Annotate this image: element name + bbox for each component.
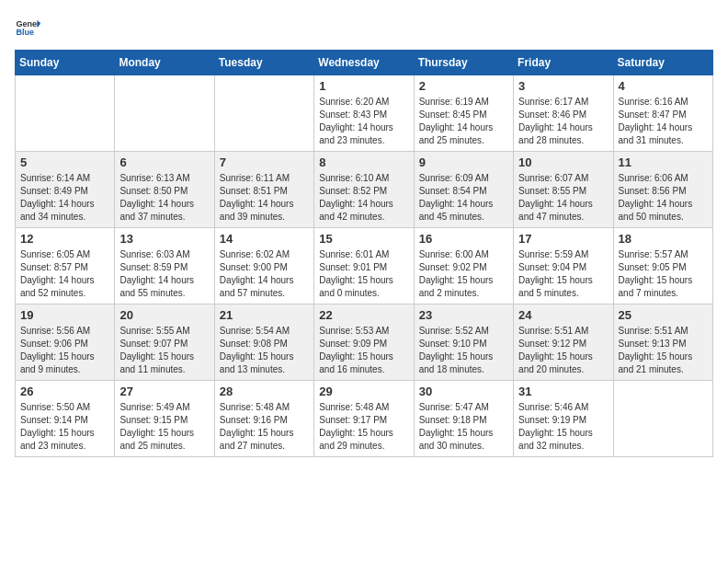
calendar-cell: 22Sunrise: 5:53 AM Sunset: 9:09 PM Dayli… xyxy=(314,304,414,381)
header-cell-friday: Friday xyxy=(514,51,613,75)
calendar-cell: 26Sunrise: 5:50 AM Sunset: 9:14 PM Dayli… xyxy=(16,381,115,457)
day-info: Sunrise: 5:51 AM Sunset: 9:13 PM Dayligh… xyxy=(619,325,708,376)
calendar-cell: 16Sunrise: 6:00 AM Sunset: 9:02 PM Dayli… xyxy=(414,228,513,304)
day-info: Sunrise: 6:03 AM Sunset: 8:59 PM Dayligh… xyxy=(119,248,209,300)
day-number: 15 xyxy=(319,232,408,246)
calendar-cell: 10Sunrise: 6:07 AM Sunset: 8:55 PM Dayli… xyxy=(514,152,613,228)
calendar-cell: 19Sunrise: 5:56 AM Sunset: 9:06 PM Dayli… xyxy=(16,304,115,381)
calendar-cell: 24Sunrise: 5:51 AM Sunset: 9:12 PM Dayli… xyxy=(514,304,613,381)
day-number: 13 xyxy=(119,232,209,246)
day-number: 14 xyxy=(220,232,309,246)
day-number: 27 xyxy=(119,385,209,398)
day-info: Sunrise: 5:48 AM Sunset: 9:16 PM Dayligh… xyxy=(220,401,309,453)
day-number: 26 xyxy=(20,385,109,398)
calendar-cell: 23Sunrise: 5:52 AM Sunset: 9:10 PM Dayli… xyxy=(414,304,513,381)
calendar-week-4: 19Sunrise: 5:56 AM Sunset: 9:06 PM Dayli… xyxy=(16,304,713,381)
calendar-cell xyxy=(115,75,214,152)
day-number: 30 xyxy=(419,385,508,398)
calendar-cell: 4Sunrise: 6:16 AM Sunset: 8:47 PM Daylig… xyxy=(613,75,712,152)
calendar-cell: 6Sunrise: 6:13 AM Sunset: 8:50 PM Daylig… xyxy=(115,152,214,228)
day-number: 2 xyxy=(419,79,508,93)
day-number: 10 xyxy=(518,155,608,169)
day-number: 5 xyxy=(20,155,109,169)
day-number: 23 xyxy=(419,308,508,322)
day-info: Sunrise: 5:50 AM Sunset: 9:14 PM Dayligh… xyxy=(20,401,109,453)
day-info: Sunrise: 5:59 AM Sunset: 9:04 PM Dayligh… xyxy=(518,248,608,300)
day-info: Sunrise: 6:01 AM Sunset: 9:01 PM Dayligh… xyxy=(319,248,408,300)
header-row: SundayMondayTuesdayWednesdayThursdayFrid… xyxy=(16,51,713,75)
calendar-cell: 20Sunrise: 5:55 AM Sunset: 9:07 PM Dayli… xyxy=(115,304,214,381)
calendar-cell: 29Sunrise: 5:48 AM Sunset: 9:17 PM Dayli… xyxy=(314,381,414,457)
calendar-cell: 14Sunrise: 6:02 AM Sunset: 9:00 PM Dayli… xyxy=(214,228,313,304)
calendar-cell: 8Sunrise: 6:10 AM Sunset: 8:52 PM Daylig… xyxy=(314,152,414,228)
calendar-cell: 27Sunrise: 5:49 AM Sunset: 9:15 PM Dayli… xyxy=(115,381,214,457)
calendar-cell: 18Sunrise: 5:57 AM Sunset: 9:05 PM Dayli… xyxy=(613,228,712,304)
calendar-cell: 17Sunrise: 5:59 AM Sunset: 9:04 PM Dayli… xyxy=(514,228,613,304)
day-number: 21 xyxy=(220,308,309,322)
day-info: Sunrise: 5:54 AM Sunset: 9:08 PM Dayligh… xyxy=(220,325,309,376)
calendar-cell: 5Sunrise: 6:14 AM Sunset: 8:49 PM Daylig… xyxy=(16,152,115,228)
day-number: 17 xyxy=(518,232,608,246)
day-info: Sunrise: 5:55 AM Sunset: 9:07 PM Dayligh… xyxy=(119,325,209,376)
day-info: Sunrise: 5:51 AM Sunset: 9:12 PM Dayligh… xyxy=(518,325,608,376)
day-info: Sunrise: 6:16 AM Sunset: 8:47 PM Dayligh… xyxy=(619,96,708,147)
calendar-cell: 31Sunrise: 5:46 AM Sunset: 9:19 PM Dayli… xyxy=(514,381,613,457)
day-info: Sunrise: 6:11 AM Sunset: 8:51 PM Dayligh… xyxy=(220,172,309,224)
day-number: 28 xyxy=(220,385,309,398)
day-number: 20 xyxy=(119,308,209,322)
calendar-week-3: 12Sunrise: 6:05 AM Sunset: 8:57 PM Dayli… xyxy=(16,228,713,304)
calendar-cell: 15Sunrise: 6:01 AM Sunset: 9:01 PM Dayli… xyxy=(314,228,414,304)
calendar-week-5: 26Sunrise: 5:50 AM Sunset: 9:14 PM Dayli… xyxy=(16,381,713,457)
calendar-cell: 30Sunrise: 5:47 AM Sunset: 9:18 PM Dayli… xyxy=(414,381,513,457)
calendar-table: SundayMondayTuesdayWednesdayThursdayFrid… xyxy=(15,50,713,457)
day-number: 22 xyxy=(319,308,408,322)
day-info: Sunrise: 6:09 AM Sunset: 8:54 PM Dayligh… xyxy=(419,172,508,224)
day-info: Sunrise: 5:52 AM Sunset: 9:10 PM Dayligh… xyxy=(419,325,508,376)
header-cell-sunday: Sunday xyxy=(16,51,115,75)
day-info: Sunrise: 6:07 AM Sunset: 8:55 PM Dayligh… xyxy=(518,172,608,224)
day-number: 16 xyxy=(419,232,508,246)
day-info: Sunrise: 6:13 AM Sunset: 8:50 PM Dayligh… xyxy=(119,172,209,224)
logo: General Blue xyxy=(15,15,40,40)
day-info: Sunrise: 5:49 AM Sunset: 9:15 PM Dayligh… xyxy=(119,401,209,453)
svg-text:General: General xyxy=(16,19,40,29)
day-number: 7 xyxy=(220,155,309,169)
calendar-cell: 9Sunrise: 6:09 AM Sunset: 8:54 PM Daylig… xyxy=(414,152,513,228)
calendar-cell xyxy=(16,75,115,152)
header-cell-thursday: Thursday xyxy=(414,51,513,75)
calendar-cell: 12Sunrise: 6:05 AM Sunset: 8:57 PM Dayli… xyxy=(16,228,115,304)
day-number: 9 xyxy=(419,155,508,169)
page-header: General Blue xyxy=(15,15,713,40)
calendar-cell: 11Sunrise: 6:06 AM Sunset: 8:56 PM Dayli… xyxy=(613,152,712,228)
day-info: Sunrise: 5:57 AM Sunset: 9:05 PM Dayligh… xyxy=(619,248,708,300)
logo-icon: General Blue xyxy=(15,15,40,40)
header-cell-tuesday: Tuesday xyxy=(214,51,313,75)
day-number: 3 xyxy=(518,79,608,93)
day-info: Sunrise: 6:02 AM Sunset: 9:00 PM Dayligh… xyxy=(220,248,309,300)
calendar-cell: 21Sunrise: 5:54 AM Sunset: 9:08 PM Dayli… xyxy=(214,304,313,381)
day-number: 25 xyxy=(619,308,708,322)
day-info: Sunrise: 6:06 AM Sunset: 8:56 PM Dayligh… xyxy=(619,172,708,224)
svg-text:Blue: Blue xyxy=(16,28,34,37)
day-number: 29 xyxy=(319,385,408,398)
day-info: Sunrise: 5:48 AM Sunset: 9:17 PM Dayligh… xyxy=(319,401,408,453)
day-number: 8 xyxy=(319,155,408,169)
day-info: Sunrise: 6:00 AM Sunset: 9:02 PM Dayligh… xyxy=(419,248,508,300)
header-cell-saturday: Saturday xyxy=(613,51,712,75)
header-cell-monday: Monday xyxy=(115,51,214,75)
day-info: Sunrise: 5:56 AM Sunset: 9:06 PM Dayligh… xyxy=(20,325,109,376)
day-number: 24 xyxy=(518,308,608,322)
calendar-cell: 13Sunrise: 6:03 AM Sunset: 8:59 PM Dayli… xyxy=(115,228,214,304)
day-number: 11 xyxy=(619,155,708,169)
calendar-cell: 28Sunrise: 5:48 AM Sunset: 9:16 PM Dayli… xyxy=(214,381,313,457)
calendar-cell: 1Sunrise: 6:20 AM Sunset: 8:43 PM Daylig… xyxy=(314,75,414,152)
day-info: Sunrise: 5:46 AM Sunset: 9:19 PM Dayligh… xyxy=(518,401,608,453)
day-info: Sunrise: 5:53 AM Sunset: 9:09 PM Dayligh… xyxy=(319,325,408,376)
calendar-week-2: 5Sunrise: 6:14 AM Sunset: 8:49 PM Daylig… xyxy=(16,152,713,228)
day-number: 12 xyxy=(20,232,109,246)
day-info: Sunrise: 5:47 AM Sunset: 9:18 PM Dayligh… xyxy=(419,401,508,453)
calendar-cell xyxy=(214,75,313,152)
day-number: 18 xyxy=(619,232,708,246)
day-number: 31 xyxy=(518,385,608,398)
calendar-cell xyxy=(613,381,712,457)
